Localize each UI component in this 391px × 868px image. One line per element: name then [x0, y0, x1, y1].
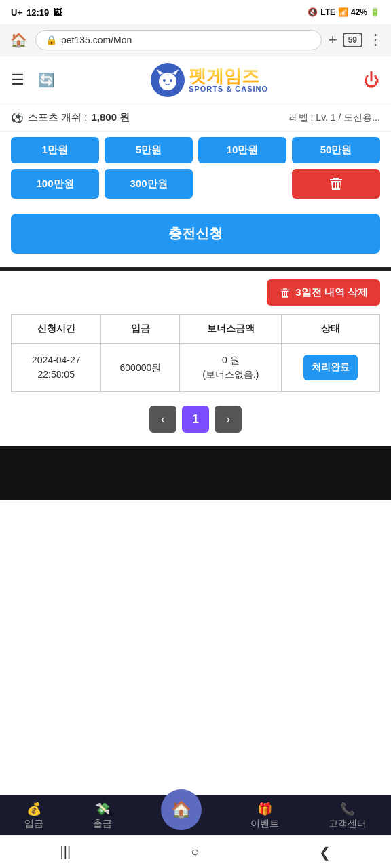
support-icon: 📞 [340, 802, 355, 816]
time-label: 12:19 [26, 7, 49, 18]
svg-rect-5 [330, 179, 342, 180]
browser-home-button[interactable]: 🏠 [8, 30, 29, 50]
mute-icon: 🔇 [308, 7, 318, 17]
history-section: 3일전 내역 삭제 신청시간 입금 보너스금액 상태 2024-04-27 22… [0, 271, 391, 446]
lock-icon: 🔒 [45, 35, 57, 45]
col-header-time: 신청시간 [12, 315, 101, 344]
svg-marker-2 [172, 69, 179, 75]
browser-actions: + 59 ⋮ [329, 31, 383, 49]
sports-icon: ⚽ [11, 112, 24, 124]
photo-icon: 🖼 [53, 7, 62, 18]
amount-btn-5[interactable]: 100만원 [11, 169, 99, 199]
power-button[interactable]: ⏻ [364, 71, 380, 90]
withdraw-label: 출금 [93, 818, 112, 830]
balance-bar: ⚽ 스포츠 캐쉬 : 1,800 원 레벨 : Lv. 1 / 도신용... [0, 104, 391, 132]
android-nav: ||| ○ ❮ [0, 835, 391, 868]
amount-btn-1[interactable]: 1만원 [11, 137, 99, 163]
page-1-button[interactable]: 1 [182, 406, 209, 433]
clear-amount-button[interactable] [292, 169, 380, 199]
support-label: 고객센터 [329, 818, 367, 830]
next-page-button[interactable]: › [215, 406, 242, 433]
network-icon: 📶 [338, 7, 348, 17]
delete-history-label: 3일전 내역 삭제 [295, 286, 368, 299]
android-back-button[interactable]: ❮ [303, 839, 347, 866]
nav-home-button[interactable]: 🏠 [161, 789, 202, 830]
events-label: 이벤트 [250, 818, 279, 830]
nav-item-support[interactable]: 📞 고객센터 [329, 802, 367, 830]
table-row: 2024-04-27 22:58:05600000원0 원 (보너스없음.)처리… [12, 344, 380, 392]
battery-label: 42% [351, 7, 367, 17]
menu-button[interactable]: ☰ [11, 71, 24, 89]
new-tab-button[interactable]: + [329, 31, 337, 49]
svg-point-3 [163, 79, 166, 82]
url-text: pet135.com/Mon [61, 35, 132, 45]
address-bar[interactable]: 🔒 pet135.com/Mon [35, 30, 322, 50]
balance-amount: 1,800 원 [92, 111, 130, 124]
deposit-icon: 💰 [26, 802, 41, 816]
level-badge: 레벨 : Lv. 1 / 도신용... [289, 112, 380, 124]
nav-item-events[interactable]: 🎁 이벤트 [250, 802, 279, 830]
amount-btn-3[interactable]: 10만원 [198, 137, 286, 163]
carrier-label: U+ [11, 7, 22, 18]
delete-history-button[interactable]: 3일전 내역 삭제 [267, 279, 380, 306]
svg-marker-1 [157, 69, 164, 75]
charge-section: 충전신청 [0, 207, 391, 267]
more-options-button[interactable]: ⋮ [368, 31, 383, 49]
svg-point-4 [170, 79, 172, 82]
android-home-button[interactable]: ○ [174, 839, 215, 865]
col-header-status: 상태 [282, 315, 380, 344]
battery-icon: 🔋 [370, 7, 380, 17]
col-header-bonus: 보너스금액 [180, 315, 282, 344]
tab-count[interactable]: 59 [343, 33, 362, 47]
svg-rect-6 [333, 178, 339, 179]
history-table: 신청시간 입금 보너스금액 상태 2024-04-27 22:58:056000… [11, 314, 380, 392]
logo-sub-text: SPORTS & CASINO [189, 85, 268, 93]
svg-rect-8 [283, 288, 287, 290]
browser-bar: 🏠 🔒 pet135.com/Mon + 59 ⋮ [0, 24, 391, 56]
col-header-deposit: 입금 [101, 315, 180, 344]
svg-rect-7 [281, 289, 291, 290]
status-complete-button[interactable]: 처리완료 [303, 355, 358, 380]
balance-label: 스포츠 캐쉬 : [28, 111, 88, 124]
svg-point-0 [159, 73, 176, 90]
amount-grid-row2: 100만원 300만원 [11, 169, 380, 199]
site-header: ☰ 🔄 펫게임즈 SPORTS & CASINO ⏻ [0, 56, 391, 104]
nav-item-withdraw[interactable]: 💸 출금 [93, 802, 112, 830]
cell-bonus: 0 원 (보너스없음.) [180, 344, 282, 392]
amount-btn-4[interactable]: 50만원 [292, 137, 380, 163]
bottom-nav: 💰 입금 💸 출금 🏠 🎁 이벤트 📞 고객센터 [0, 795, 391, 835]
deposit-label: 입금 [24, 818, 43, 830]
black-spacer [0, 446, 391, 500]
nav-item-deposit[interactable]: 💰 입금 [24, 802, 43, 830]
signal-label: LTE [320, 7, 335, 17]
amount-btn-6[interactable]: 300만원 [105, 169, 193, 199]
events-icon: 🎁 [257, 802, 272, 816]
amount-grid-row1: 1만원 5만원 10만원 50만원 [11, 137, 380, 163]
refresh-button[interactable]: 🔄 [38, 72, 55, 88]
withdraw-icon: 💸 [95, 802, 110, 816]
cell-status: 처리완료 [282, 344, 380, 392]
logo-main-text: 펫게임즈 [189, 67, 259, 85]
home-icon: 🏠 [171, 800, 191, 819]
pagination: ‹ 1 › [0, 392, 391, 446]
charge-submit-button[interactable]: 충전신청 [11, 214, 380, 254]
site-logo: 펫게임즈 SPORTS & CASINO [151, 63, 268, 97]
logo-cat-icon [151, 63, 185, 97]
amount-section: 1만원 5만원 10만원 50만원 100만원 300만원 [0, 132, 391, 207]
prev-page-button[interactable]: ‹ [149, 406, 176, 433]
cell-deposit: 600000원 [101, 344, 180, 392]
status-bar: U+ 12:19 🖼 🔇 LTE 📶 42% 🔋 [0, 0, 391, 24]
cell-time: 2024-04-27 22:58:05 [12, 344, 101, 392]
android-recents-button[interactable]: ||| [44, 839, 88, 865]
amount-btn-2[interactable]: 5만원 [105, 137, 193, 163]
